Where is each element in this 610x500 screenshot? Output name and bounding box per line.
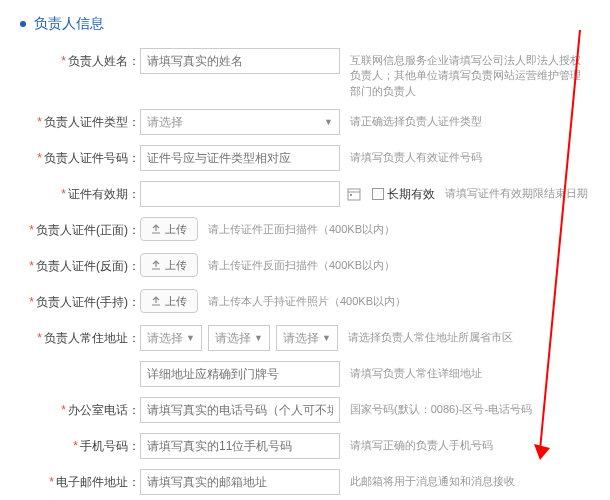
label-office-phone: *办公室电话： (20, 397, 140, 419)
label-id-back: *负责人证件(反面)： (20, 253, 140, 275)
id-number-input[interactable] (140, 145, 340, 171)
label-id-number: *负责人证件号码： (20, 145, 140, 167)
upload-hold-button[interactable]: 上传 (140, 289, 198, 313)
row-id-number: *负责人证件号码： 请填写负责人有效证件号码 (20, 145, 590, 171)
city-select[interactable]: 请选择▼ (208, 325, 270, 351)
row-id-expire: *证件有效期： 长期有效 请填写证件有效期限结束日期 (20, 181, 590, 207)
label-id-type: *负责人证件类型： (20, 109, 140, 131)
expire-date-input[interactable] (140, 181, 340, 207)
province-select[interactable]: 请选择▼ (140, 325, 202, 351)
row-id-back: *负责人证件(反面)： 上传 请上传证件反面扫描件（400KB以内） (20, 253, 590, 279)
label-id-front: *负责人证件(正面)： (20, 217, 140, 239)
address-detail-input[interactable] (140, 361, 340, 387)
row-office-phone: *办公室电话： 国家号码(默认：0086)-区号-电话号码 (20, 397, 590, 423)
row-address: *负责人常住地址： 请选择▼ 请选择▼ 请选择▼ 请选择负责人常住地址所属省市区 (20, 325, 590, 351)
hint-email: 此邮箱将用于消息通知和消息接收 (350, 469, 590, 489)
upload-icon (151, 260, 161, 270)
email-input[interactable] (140, 469, 340, 495)
id-type-select[interactable]: 请选择▼ (140, 109, 340, 135)
hint-id-expire: 请填写证件有效期限结束日期 (445, 181, 590, 201)
hint-name: 互联网信息服务企业请填写公司法人即法人授权负责人；其他单位请填写负责网站运营维护… (350, 48, 590, 99)
hint-id-back: 请上传证件反面扫描件（400KB以内） (208, 253, 590, 273)
hint-address: 请选择负责人常住地址所属省市区 (348, 325, 590, 345)
label-mobile: *手机号码： (20, 433, 140, 455)
chevron-down-icon: ▼ (254, 333, 263, 343)
office-phone-input[interactable] (140, 397, 340, 423)
row-id-type: *负责人证件类型： 请选择▼ 请正确选择负责人证件类型 (20, 109, 590, 135)
svg-rect-2 (350, 194, 352, 196)
name-input[interactable] (140, 48, 340, 74)
mobile-input[interactable] (140, 433, 340, 459)
section-title-text: 负责人信息 (34, 15, 104, 33)
district-select[interactable]: 请选择▼ (276, 325, 338, 351)
hint-address-detail: 请填写负责人常住详细地址 (350, 361, 590, 381)
hint-id-number: 请填写负责人有效证件号码 (350, 145, 590, 165)
svg-rect-0 (348, 189, 360, 200)
hint-id-type: 请正确选择负责人证件类型 (350, 109, 590, 129)
long-term-checkbox[interactable]: 长期有效 (372, 186, 435, 203)
bullet-icon (20, 21, 26, 27)
label-id-expire: *证件有效期： (20, 181, 140, 203)
upload-icon (151, 224, 161, 234)
hint-office-phone: 国家号码(默认：0086)-区号-电话号码 (350, 397, 590, 417)
chevron-down-icon: ▼ (324, 117, 333, 127)
label-email: *电子邮件地址： (20, 469, 140, 491)
row-email: *电子邮件地址： 此邮箱将用于消息通知和消息接收 (20, 469, 590, 495)
label-name: *负责人姓名： (20, 48, 140, 70)
upload-front-button[interactable]: 上传 (140, 217, 198, 241)
row-name: *负责人姓名： 互联网信息服务企业请填写公司法人即法人授权负责人；其他单位请填写… (20, 48, 590, 99)
hint-id-front: 请上传证件正面扫描件（400KB以内） (208, 217, 590, 237)
calendar-icon[interactable] (346, 186, 362, 202)
label-id-hold: *负责人证件(手持)： (20, 289, 140, 311)
section-title: 负责人信息 (20, 15, 590, 33)
form-container: 负责人信息 *负责人姓名： 互联网信息服务企业请填写公司法人即法人授权负责人；其… (0, 0, 610, 500)
upload-back-button[interactable]: 上传 (140, 253, 198, 277)
chevron-down-icon: ▼ (186, 333, 195, 343)
row-id-front: *负责人证件(正面)： 上传 请上传证件正面扫描件（400KB以内） (20, 217, 590, 243)
row-address-detail: 请填写负责人常住详细地址 (20, 361, 590, 387)
label-address: *负责人常住地址： (20, 325, 140, 347)
row-id-hold: *负责人证件(手持)： 上传 请上传本人手持证件照片（400KB以内） (20, 289, 590, 315)
hint-id-hold: 请上传本人手持证件照片（400KB以内） (208, 289, 590, 309)
upload-icon (151, 296, 161, 306)
hint-mobile: 请填写正确的负责人手机号码 (350, 433, 590, 453)
chevron-down-icon: ▼ (322, 333, 331, 343)
row-mobile: *手机号码： 请填写正确的负责人手机号码 (20, 433, 590, 459)
